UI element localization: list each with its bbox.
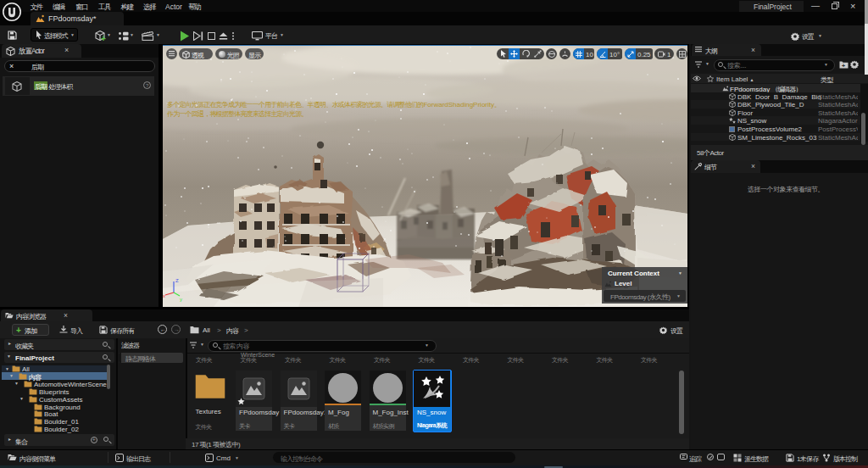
svg-text:y: y	[180, 297, 182, 302]
svg-text:x: x	[163, 293, 165, 298]
svg-text:+: +	[842, 63, 845, 69]
svg-text:Z: Z	[175, 278, 179, 283]
